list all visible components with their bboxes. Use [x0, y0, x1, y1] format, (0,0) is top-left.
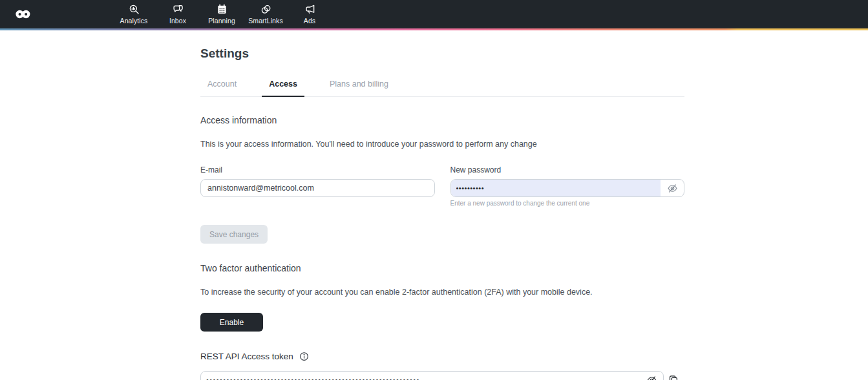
- access-information-heading: Access information: [200, 115, 684, 125]
- tab-plans-and-billing[interactable]: Plans and billing: [323, 76, 396, 96]
- brand-gradient-divider: [0, 28, 868, 30]
- nav-analytics-label: Analytics: [120, 17, 148, 25]
- nav-ads-label: Ads: [304, 17, 315, 25]
- api-token-input[interactable]: [201, 376, 640, 380]
- toggle-password-visibility-button[interactable]: [661, 180, 684, 196]
- api-token-info-button[interactable]: [299, 352, 309, 361]
- eye-off-icon: [646, 375, 657, 380]
- top-navigation-bar: Analytics Inbox: [0, 0, 868, 28]
- metricool-logo[interactable]: [16, 9, 30, 19]
- nav-inbox[interactable]: Inbox: [156, 0, 200, 28]
- enable-2fa-button[interactable]: Enable: [200, 313, 263, 332]
- access-information-description: This is your access information. You'll …: [200, 140, 684, 149]
- email-field-group: E-mail: [200, 165, 435, 207]
- nav-inbox-label: Inbox: [169, 17, 186, 25]
- nav-smartlinks[interactable]: SmartLinks: [244, 0, 288, 28]
- access-information-section: Access information This is your access i…: [200, 115, 684, 244]
- tab-access[interactable]: Access: [262, 76, 304, 97]
- two-factor-description: To increase the security of your account…: [200, 288, 684, 297]
- password-field-group: New password Enter a new password to cha…: [450, 165, 685, 207]
- api-token-heading: REST API Access token: [200, 352, 293, 361]
- nav-planning-label: Planning: [208, 17, 235, 25]
- new-password-field: [450, 179, 685, 197]
- tab-account[interactable]: Account: [200, 76, 244, 96]
- email-label: E-mail: [200, 165, 435, 174]
- info-circle-icon: [299, 352, 309, 361]
- ads-megaphone-icon: [304, 4, 315, 15]
- analytics-magnifier-chart-icon: [129, 4, 140, 15]
- eye-off-icon: [667, 183, 678, 194]
- api-token-section: REST API Access token: [200, 352, 684, 380]
- nav-planning[interactable]: Planning: [200, 0, 244, 28]
- new-password-label: New password: [450, 165, 685, 174]
- nav-ads[interactable]: Ads: [288, 0, 332, 28]
- password-hint: Enter a new password to change the curre…: [450, 200, 685, 207]
- settings-tabs: Account Access Plans and billing: [200, 76, 684, 97]
- metricool-infinity-icon: [16, 9, 30, 19]
- page-title: Settings: [200, 47, 684, 61]
- two-factor-section: Two factor authentication To increase th…: [200, 263, 684, 332]
- settings-page: Settings Account Access Plans and billin…: [200, 47, 684, 380]
- nav-analytics[interactable]: Analytics: [112, 0, 156, 28]
- inbox-chat-bubbles-icon: [173, 4, 184, 15]
- new-password-input[interactable]: [451, 180, 661, 196]
- smartlinks-chain-icon: [260, 4, 271, 15]
- api-token-row: [200, 371, 684, 380]
- email-input[interactable]: [200, 179, 435, 197]
- copy-icon: [668, 375, 679, 380]
- toggle-token-visibility-button[interactable]: [640, 375, 663, 380]
- two-factor-heading: Two factor authentication: [200, 263, 684, 273]
- access-form-row: E-mail New password Enter a new passwo: [200, 165, 684, 207]
- save-changes-button[interactable]: Save changes: [200, 225, 268, 244]
- primary-nav: Analytics Inbox: [112, 0, 332, 28]
- nav-smartlinks-label: SmartLinks: [248, 17, 283, 25]
- planning-calendar-icon: [217, 4, 228, 15]
- copy-token-button[interactable]: [668, 375, 679, 380]
- api-token-field: [200, 371, 664, 380]
